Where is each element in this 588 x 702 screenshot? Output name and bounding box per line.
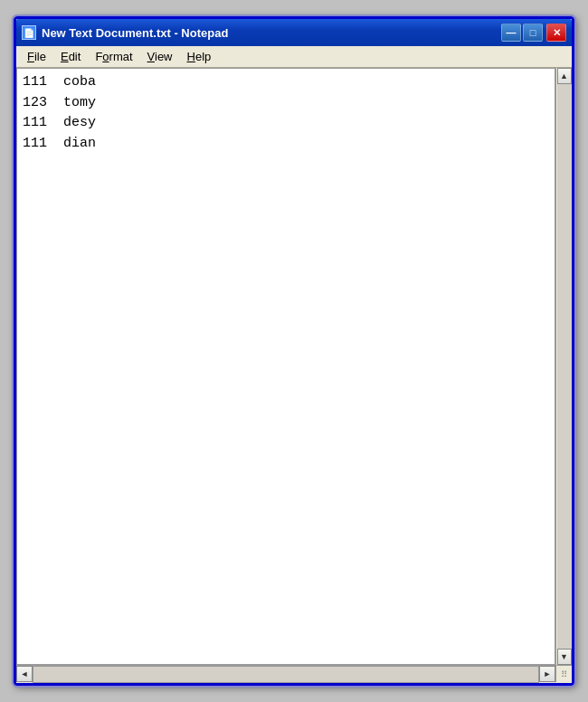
scrollbar-vertical: ▲ ▼ xyxy=(555,68,572,665)
content-area: 111 coba 123 tomy 111 desy 111 dian ▲ ▼ xyxy=(16,68,572,665)
title-bar-buttons: — □ ✕ xyxy=(501,24,566,42)
minimize-button[interactable]: — xyxy=(501,24,521,42)
menu-item-file[interactable]: File xyxy=(20,48,53,65)
menu-item-help[interactable]: Help xyxy=(180,48,219,65)
notepad-window: 📄 New Text Document.txt - Notepad — □ ✕ … xyxy=(14,16,574,686)
menu-item-format[interactable]: Format xyxy=(88,48,139,65)
scroll-track-horizontal[interactable] xyxy=(33,666,539,683)
menu-item-view[interactable]: View xyxy=(140,48,180,65)
scroll-right-button[interactable]: ► xyxy=(539,666,555,682)
resize-handle[interactable]: ⠿ xyxy=(555,666,572,682)
text-editor[interactable]: 111 coba 123 tomy 111 desy 111 dian xyxy=(16,68,555,665)
window-icon: 📄 xyxy=(22,25,36,40)
scroll-up-button[interactable]: ▲ xyxy=(557,68,572,84)
scroll-down-button[interactable]: ▼ xyxy=(557,649,572,665)
bottom-bar: ◄ ► ⠿ xyxy=(16,665,572,683)
maximize-button[interactable]: □ xyxy=(523,24,543,42)
menu-item-edit[interactable]: Edit xyxy=(53,48,88,65)
title-bar: 📄 New Text Document.txt - Notepad — □ ✕ xyxy=(16,19,572,46)
close-button[interactable]: ✕ xyxy=(546,24,566,42)
scroll-track-vertical[interactable] xyxy=(557,84,572,649)
scroll-left-button[interactable]: ◄ xyxy=(16,666,33,682)
window-title: New Text Document.txt - Notepad xyxy=(42,26,501,40)
menu-bar: File Edit Format View Help xyxy=(16,46,572,68)
